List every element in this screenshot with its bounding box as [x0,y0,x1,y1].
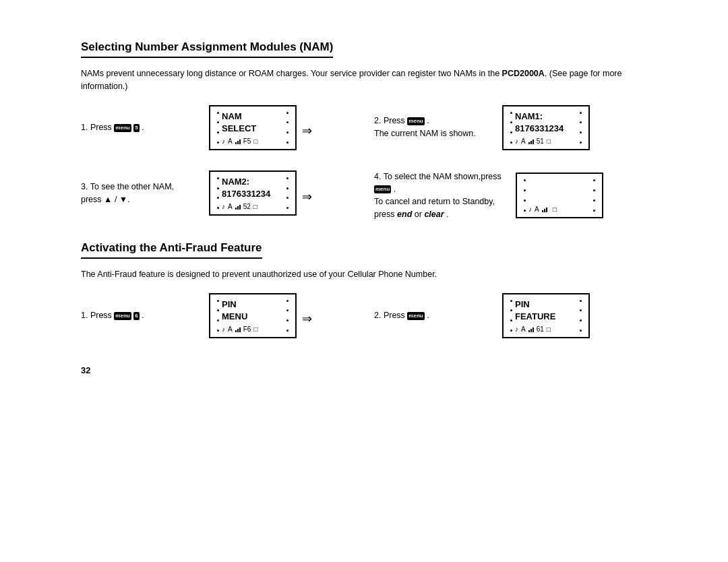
screen-pin-feature-line1: PIN [515,299,577,311]
screen1-line2: SELECT [222,123,284,135]
screen4-line2 [528,191,590,203]
screen4-wrapper: ♪ A □ [516,173,603,218]
screen1-line1: NAM [222,111,284,123]
arrow1: ⇒ [302,123,312,138]
screen-nam-select: NAM SELECT ♪ A [209,105,297,150]
screen-pin-feature-status: ♪ A 61 □ [515,325,577,333]
screen-nam-blank: ♪ A □ [516,173,603,218]
section-nam: Selecting Number Assignment Modules (NAM… [81,40,647,221]
screen3-line2: 8176331234 [222,188,284,200]
nam-step3: 3. To see the other NAM, press ▲ / ▼. [81,170,354,216]
screen-pin-menu-line1: PIN [222,299,284,311]
section-antifraud: Activating the Anti-Fraud Feature The An… [81,241,647,338]
screen-pin-feature-wrapper: PIN FEATURE ♪ A [502,293,590,338]
screen-nam1: NAM1: 8176331234 ♪ A [502,105,590,150]
nam-step1: 1. Press menu 5 . N [81,105,354,150]
menu-key-step1: menu [114,124,131,132]
nam-step4: 4. To select the NAM shown,press menu . … [374,170,647,221]
screen3-status: ♪ A 52 □ [222,203,284,210]
arrow-af1: ⇒ [302,311,312,326]
step4-text: 4. To select the NAM shown,press menu . … [374,170,509,221]
step3-text: 3. To see the other NAM, press ▲ / ▼. [81,181,202,206]
screen-pin-menu: PIN MENU ♪ A [209,293,297,338]
screen4-status: ♪ A □ [528,206,590,213]
screen-pin-menu-wrapper: PIN MENU ♪ A [209,293,312,338]
screen1-status: ♪ A F5 □ [222,137,284,145]
antifraud-step1-text: 1. Press menu 6 . [81,309,202,322]
screen-pin-menu-line2: MENU [222,311,284,323]
antifraud-steps-row: 1. Press menu 6 . P [81,293,647,338]
menu-key-step4: menu [374,185,391,193]
nam-step2: 2. Press menu . The current NAM is shown… [374,105,647,150]
antifraud-step2-text: 2. Press menu . [374,309,495,322]
nam-steps-row2: 3. To see the other NAM, press ▲ / ▼. [81,170,647,221]
screen2-wrapper: NAM1: 8176331234 ♪ A [502,105,590,150]
screen4-line1 [528,178,590,190]
intro-text-nam: NAMs prevent unnecessary long distance o… [81,67,647,93]
antifraud-step1: 1. Press menu 6 . P [81,293,354,338]
screen2-status: ♪ A 51 □ [515,137,577,145]
screen-pin-feature: PIN FEATURE ♪ A [502,293,590,338]
step2-text: 2. Press menu . The current NAM is shown… [374,115,495,140]
nam-steps-row1: 1. Press menu 5 . N [81,105,647,150]
screen3-line1: NAM2: [222,176,284,188]
menu-key-af2: menu [407,312,424,320]
arrow2: ⇒ [302,189,312,204]
screen-nam2: NAM2: 8176331234 ♪ A [209,170,297,216]
screen-pin-menu-status: ♪ A F6 □ [222,325,284,333]
screen2-line1: NAM1: [515,111,577,123]
antifraud-step2: 2. Press menu . PIN FEA [374,293,647,338]
screen-pin-feature-line2: FEATURE [515,311,577,323]
six-key-af1: 6 [133,312,139,320]
menu-key-step2: menu [407,117,424,125]
section-title-nam: Selecting Number Assignment Modules (NAM… [81,40,333,58]
menu-key-af1: menu [114,312,131,320]
page-number: 32 [81,365,647,375]
step1-text: 1. Press menu 5 . [81,121,202,134]
intro-text-antifraud: The Anti-Fraud feature is designed to pr… [81,268,647,281]
section-title-antifraud: Activating the Anti-Fraud Feature [81,241,262,259]
five-key-step1: 5 [133,124,139,132]
screen1-wrapper: NAM SELECT ♪ A [209,105,312,150]
screen2-line2: 8176331234 [515,123,577,135]
screen3-wrapper: NAM2: 8176331234 ♪ A [209,170,312,216]
